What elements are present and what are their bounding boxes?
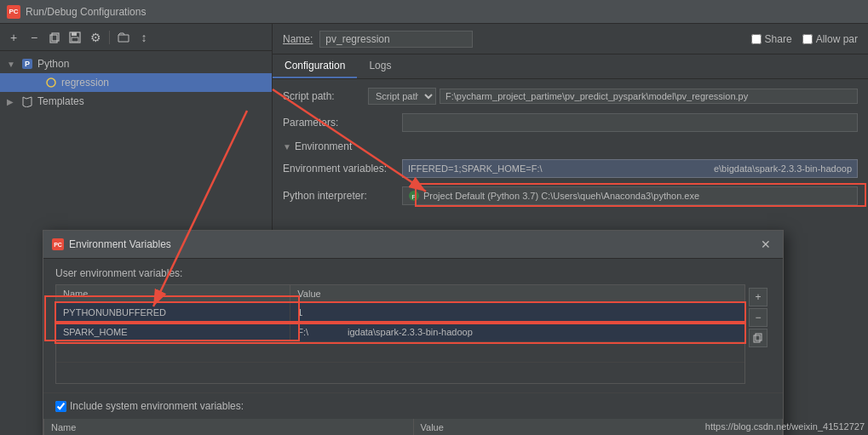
environment-section-header: ▼ Environment bbox=[283, 140, 858, 152]
dialog-title-bar: PC Environment Variables ✕ bbox=[43, 231, 783, 259]
parameters-row: Parameters: bbox=[283, 113, 858, 132]
python-interpreter-label: Python interpreter: bbox=[283, 190, 402, 202]
section-toggle-icon: ▼ bbox=[283, 142, 291, 152]
save-button[interactable] bbox=[66, 29, 83, 46]
include-system-env-label: Include system environment variables: bbox=[70, 400, 244, 412]
copy-button[interactable] bbox=[46, 29, 63, 46]
share-checkbox-row: Share bbox=[751, 33, 792, 45]
regression-label: regression bbox=[61, 77, 109, 89]
remove-env-button[interactable]: − bbox=[749, 308, 767, 327]
dialog-app-icon: PC bbox=[52, 238, 64, 250]
allow-par-checkbox[interactable] bbox=[802, 34, 813, 44]
svg-text:P: P bbox=[25, 60, 30, 68]
svg-rect-3 bbox=[72, 32, 77, 36]
dialog-body: User environment variables: Name Value P… bbox=[43, 259, 783, 392]
env-vars-label: Environment variables: bbox=[283, 163, 402, 175]
environment-label: Environment bbox=[295, 140, 352, 152]
python-icon: P bbox=[20, 57, 34, 71]
share-checkbox[interactable] bbox=[751, 34, 762, 44]
script-path-value: F:\pycharm_project_partime\pv_predict_py… bbox=[440, 89, 858, 104]
share-label: Share bbox=[765, 33, 792, 45]
regression-icon bbox=[44, 76, 58, 89]
sort-button[interactable]: ↕ bbox=[135, 29, 152, 46]
svg-rect-0 bbox=[50, 35, 57, 43]
parameters-value bbox=[402, 113, 858, 132]
templates-icon bbox=[20, 94, 34, 108]
name-input[interactable] bbox=[319, 31, 473, 48]
dialog-footer: Include system environment variables: bbox=[43, 392, 783, 419]
copy-env-button[interactable] bbox=[749, 329, 767, 347]
separator bbox=[109, 31, 110, 44]
script-type-dropdown[interactable]: Script path bbox=[368, 88, 436, 105]
allow-par-checkbox-row: Allow par bbox=[802, 33, 858, 45]
include-system-env-checkbox-row: Include system environment variables: bbox=[55, 400, 244, 412]
env-table-inner: Name Value PYTHONUNBUFFERED 1 SPARK_HOME… bbox=[55, 284, 745, 384]
tabs-row: Configuration Logs bbox=[273, 54, 868, 79]
svg-rect-4 bbox=[72, 37, 78, 42]
svg-rect-11 bbox=[756, 334, 762, 341]
env-vars-text-end: e\bigdata\spark-2.3.3-bin-hadoop bbox=[714, 163, 852, 174]
env-row-4[interactable] bbox=[56, 363, 744, 383]
env-vars-row: Environment variables: IFFERED=1;SPARK_H… bbox=[283, 159, 858, 178]
bottom-header-name: Name bbox=[44, 419, 414, 435]
env-row-2[interactable]: SPARK_HOME F:\ igdata\spark-2.3.3-bin-ha… bbox=[56, 323, 744, 342]
parameters-label: Parameters: bbox=[283, 117, 402, 129]
python-label: Python bbox=[37, 58, 69, 70]
add-env-button[interactable]: + bbox=[749, 288, 767, 306]
env-value-1: 1 bbox=[290, 303, 744, 322]
dialog-section-label: User environment variables: bbox=[55, 267, 771, 279]
svg-rect-1 bbox=[52, 33, 59, 41]
script-path-label: Script path: bbox=[283, 90, 368, 102]
tab-logs[interactable]: Logs bbox=[357, 54, 403, 78]
env-table: Name Value PYTHONUNBUFFERED 1 SPARK_HOME… bbox=[55, 284, 745, 384]
svg-text:P: P bbox=[411, 193, 416, 201]
tree-item-regression[interactable]: regression bbox=[0, 73, 272, 92]
env-value-2: F:\ igdata\spark-2.3.3-bin-hadoop bbox=[290, 323, 744, 341]
allow-par-label: Allow par bbox=[816, 33, 858, 45]
add-button[interactable]: + bbox=[5, 29, 22, 46]
tree-item-templates[interactable]: ▶ Templates bbox=[0, 92, 272, 111]
env-side-buttons: + − bbox=[745, 284, 771, 384]
python-interpreter-row: Python interpreter: P Project Default (P… bbox=[283, 186, 858, 205]
tree-item-python[interactable]: ▼ P Python bbox=[0, 54, 272, 73]
name-label: Name: bbox=[283, 33, 313, 45]
remove-button[interactable]: − bbox=[26, 29, 43, 46]
dialog-bottom-table-header: Name Value bbox=[43, 419, 783, 435]
env-row-1[interactable]: PYTHONUNBUFFERED 1 bbox=[56, 303, 744, 323]
include-system-env-checkbox[interactable] bbox=[55, 401, 66, 412]
tab-configuration[interactable]: Configuration bbox=[273, 54, 357, 78]
interpreter-text: Project Default (Python 3.7) C:\Users\qu… bbox=[423, 191, 699, 201]
python-interpreter-value[interactable]: P Project Default (Python 3.7) C:\Users\… bbox=[402, 186, 858, 205]
env-row-3[interactable] bbox=[56, 342, 744, 363]
dialog-close-button[interactable]: ✕ bbox=[757, 236, 774, 253]
env-name-2: SPARK_HOME bbox=[56, 323, 290, 341]
window-title: Run/Debug Configurations bbox=[26, 6, 146, 18]
dialog-title-content: PC Environment Variables bbox=[52, 238, 171, 250]
name-row: Name: Share Allow par bbox=[273, 24, 868, 54]
script-path-row: Script path: Script path F:\pycharm_proj… bbox=[283, 88, 858, 105]
templates-label: Templates bbox=[37, 95, 84, 107]
header-value: Value bbox=[290, 285, 744, 302]
env-table-body: PYTHONUNBUFFERED 1 SPARK_HOME F:\ igdata… bbox=[56, 303, 744, 383]
env-name-1: PYTHONUNBUFFERED bbox=[56, 303, 290, 322]
env-table-header: Name Value bbox=[56, 285, 744, 303]
env-vars-dialog: PC Environment Variables ✕ User environm… bbox=[43, 230, 784, 435]
dialog-title-text: Environment Variables bbox=[69, 238, 171, 250]
settings-button[interactable]: ⚙ bbox=[87, 29, 104, 46]
svg-point-7 bbox=[47, 78, 55, 87]
header-name: Name bbox=[56, 285, 290, 302]
toolbar: + − ⚙ ↕ bbox=[0, 24, 272, 51]
share-area: Share Allow par bbox=[751, 33, 858, 45]
templates-expand-icon: ▶ bbox=[7, 97, 17, 106]
svg-rect-10 bbox=[754, 335, 760, 342]
env-vars-text: IFFERED=1;SPARK_HOME=F:\ bbox=[408, 163, 543, 174]
watermark: https://blog.csdn.net/weixin_41512727 bbox=[705, 421, 865, 432]
app-icon: PC bbox=[7, 5, 20, 19]
expand-icon: ▼ bbox=[7, 60, 17, 69]
env-table-wrapper: Name Value PYTHONUNBUFFERED 1 SPARK_HOME… bbox=[55, 284, 771, 384]
env-vars-value[interactable]: IFFERED=1;SPARK_HOME=F:\ e\bigdata\spark… bbox=[402, 159, 858, 178]
title-bar: PC Run/Debug Configurations bbox=[0, 0, 868, 24]
folder-button[interactable] bbox=[115, 29, 132, 46]
